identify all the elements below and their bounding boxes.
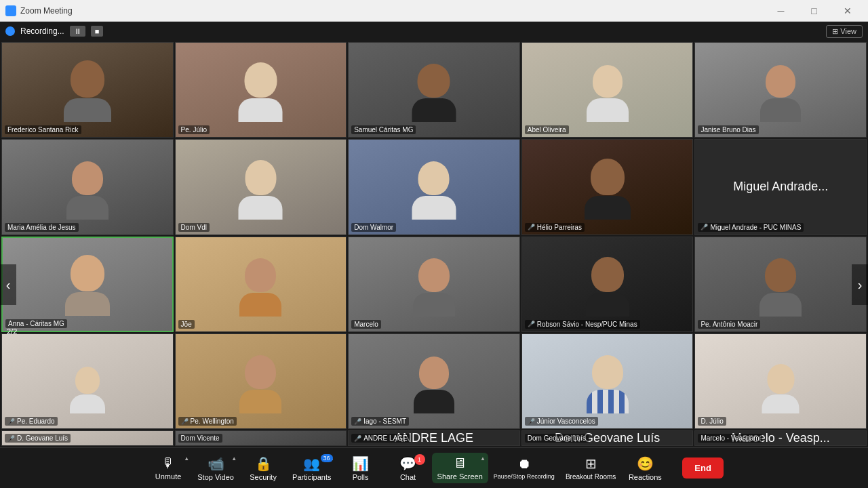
- close-button[interactable]: ✕: [832, 0, 863, 22]
- tile-domw: Dom Walmor: [348, 139, 520, 235]
- tile-name-samuel: Samuel Cáritas MG: [351, 125, 416, 134]
- tile-name-eduardo: 🎤 Pe. Eduardo: [5, 417, 58, 426]
- titlebar: Zoom Meeting ─ □ ✕: [0, 0, 868, 22]
- tile-name-robson: 🎤 Robson Sávio - Nesp/PUC Minas: [525, 320, 640, 329]
- reactions-button[interactable]: 😊 Reactions: [621, 453, 669, 484]
- video-grid: Frederico Santana Rick Pe. Júlio Samuel …: [0, 41, 868, 447]
- tile-joe: Jõe: [175, 237, 347, 332]
- view-button[interactable]: ⊞ View: [826, 25, 863, 38]
- tile-name-marcelo: Marcelo: [351, 320, 381, 329]
- tile-label-miguel: 🎤 Miguel Andrade - PUC MINAS: [698, 223, 804, 232]
- tile-name-miguel: Miguel Andrade...: [733, 180, 828, 194]
- tile-name-junior: 🎤 Júnior Vasconcelos: [525, 417, 598, 426]
- minimize-button[interactable]: ─: [766, 0, 796, 22]
- tile-junior: 🎤 Júnior Vasconcelos: [521, 333, 694, 429]
- maximize-button[interactable]: □: [799, 0, 829, 22]
- reactions-icon: 😊: [637, 455, 654, 472]
- tile-name-anna: Anna - Cáritas MG: [5, 319, 67, 328]
- tile-label-andrelage: 🎤 ANDRE LAGE: [351, 434, 410, 443]
- recording-bar: Recording... ⏸ ■ ⊞ View: [0, 22, 868, 41]
- unmute-button[interactable]: 🎙 ▲ Unmute: [144, 453, 192, 483]
- tile-name-julio: Pe. Júlio: [178, 125, 210, 134]
- chat-button[interactable]: 💬 1 Chat: [384, 453, 432, 484]
- chat-badge: 1: [414, 454, 425, 465]
- participants-count: 36: [321, 454, 333, 462]
- tile-name-djulio: D. Júlio: [698, 417, 726, 426]
- tile-name-domw: Dom Walmor: [351, 223, 396, 232]
- tile-djulio: D. Júlio: [694, 333, 867, 429]
- page-indicator: 2/2: [7, 327, 17, 336]
- stop-video-button[interactable]: 📹 ▲ Stop Video: [192, 453, 239, 484]
- tile-miguel: Miguel Andrade... 🎤 Miguel Andrade - PUC…: [694, 139, 867, 235]
- breakout-icon: ⊞: [585, 455, 597, 472]
- tile-name-antonio: Pe. Antônio Moacir: [698, 320, 760, 329]
- tile-label-geovane-txt: Dom Geovane Luís: [525, 434, 589, 443]
- tile-geovane-bot: 🎤 D. Geovane Luís: [1, 430, 174, 446]
- chat-label: Chat: [400, 473, 416, 481]
- unmute-label: Unmute: [155, 472, 182, 481]
- tile-label-marcelo-v: Marcelo - Veaspam: [698, 434, 762, 443]
- tile-eduardo: 🎤 Pe. Eduardo: [1, 333, 174, 429]
- app-icon: [5, 5, 16, 16]
- tile-name-maria: Maria Amélia de Jesus: [5, 223, 79, 232]
- polls-label: Polls: [353, 473, 369, 481]
- participants-label: Participants: [292, 473, 331, 481]
- security-label: Security: [250, 473, 277, 481]
- tile-helio: 🎤 Hélio Parreiras: [521, 139, 694, 235]
- recording-dot: [5, 26, 15, 36]
- tile-marcelo-v: Marcelo - Veasp... Marcelo - Veaspam: [694, 430, 867, 446]
- pauserec-label: Pause/Stop Recording: [494, 473, 555, 480]
- breakout-rooms-button[interactable]: ⊞ Breakout Rooms: [560, 453, 621, 483]
- tile-name-iago: 🎤 Iago - SESMT: [351, 417, 409, 426]
- end-button[interactable]: End: [682, 458, 724, 479]
- tile-antonio: Pe. Antônio Moacir: [694, 237, 867, 332]
- window-title: Zoom Meeting: [20, 6, 73, 16]
- tile-name-domv: Dom Vdl: [178, 223, 210, 232]
- tile-julio: Pe. Júlio: [175, 42, 347, 138]
- polls-button[interactable]: 📊 Polls: [337, 453, 384, 484]
- tile-iago: 🎤 Iago - SESMT: [348, 333, 520, 429]
- tile-name-frederico: Frederico Santana Rick: [5, 125, 81, 134]
- breakout-label: Breakout Rooms: [566, 473, 616, 481]
- tile-geovane-txt: Dom Geovane Luís Dom Geovane Luís: [521, 430, 694, 446]
- pause-recording-button[interactable]: ⏸: [70, 26, 85, 37]
- unmute-arrow: ▲: [184, 455, 189, 462]
- reactions-label: Reactions: [629, 473, 662, 481]
- tile-frederico: Frederico Santana Rick: [1, 42, 174, 138]
- share-icon: 🖥: [453, 455, 467, 471]
- titlebar-left: Zoom Meeting: [5, 5, 73, 16]
- tile-name-wellington: 🎤 Pe. Wellington: [178, 417, 237, 426]
- participants-button[interactable]: 👥 ▲ Participants 36: [287, 453, 336, 484]
- tile-name-janise: Janise Bruno Dias: [698, 125, 758, 134]
- stopvideo-label: Stop Video: [197, 473, 234, 481]
- tile-wellington: 🎤 Pe. Wellington: [175, 333, 347, 429]
- security-icon: 🔒: [255, 455, 272, 472]
- tile-name-geovane-bot: 🎤 D. Geovane Luís: [5, 434, 71, 443]
- tile-andrelage: ANDRE LAGE 🎤 ANDRE LAGE: [348, 430, 520, 446]
- toolbar: 🎙 ▲ Unmute 📹 ▲ Stop Video 🔒 Security 👥 ▲…: [0, 447, 868, 488]
- sharescr-label: Share Screen: [437, 472, 483, 481]
- security-button[interactable]: 🔒 Security: [239, 453, 287, 484]
- nav-next-button[interactable]: ›: [852, 264, 868, 305]
- tile-marcelo: Marcelo: [348, 237, 520, 332]
- share-screen-button[interactable]: 🖥 ▲ Share Screen: [432, 453, 488, 483]
- tile-vicente: Dom Vicente: [175, 430, 347, 446]
- tile-robson: 🎤 Robson Sávio - Nesp/PUC Minas: [521, 237, 694, 332]
- tile-name-joe: Jõe: [178, 320, 195, 329]
- tile-janise: Janise Bruno Dias: [694, 42, 867, 138]
- titlebar-controls: ─ □ ✕: [766, 0, 863, 22]
- tile-name-abel: Abel Oliveira: [525, 125, 569, 134]
- share-arrow: ▲: [480, 455, 486, 462]
- stop-recording-button[interactable]: ■: [91, 26, 104, 37]
- recording-label: Recording...: [20, 26, 64, 36]
- pause-recording-toolbar-button[interactable]: ⏺ Pause/Stop Recording: [488, 453, 560, 483]
- tile-name-vicente: Dom Vicente: [178, 434, 222, 443]
- tile-samuel: Samuel Cáritas MG: [348, 42, 520, 138]
- tile-abel: Abel Oliveira: [521, 42, 694, 138]
- tile-domv: Dom Vdl: [175, 139, 347, 235]
- video-icon: 📹: [208, 455, 224, 472]
- tile-maria: Maria Amélia de Jesus: [1, 139, 174, 235]
- tile-name-helio: 🎤 Hélio Parreiras: [525, 223, 585, 232]
- video-arrow: ▲: [231, 455, 237, 462]
- nav-previous-button[interactable]: ‹: [0, 264, 16, 305]
